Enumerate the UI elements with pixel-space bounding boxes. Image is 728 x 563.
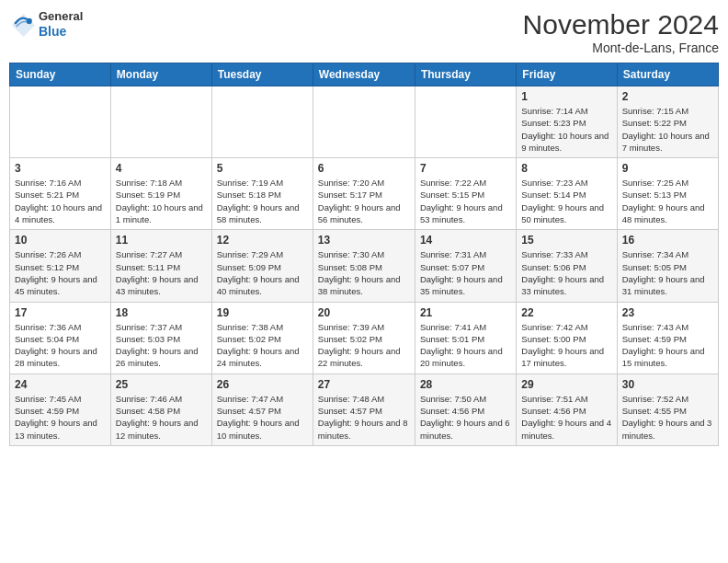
week-row-3: 10Sunrise: 7:26 AM Sunset: 5:12 PM Dayli… xyxy=(10,230,719,302)
day-number: 26 xyxy=(217,378,308,391)
day-info: Sunrise: 7:34 AM Sunset: 5:05 PM Dayligh… xyxy=(622,248,713,297)
day-info: Sunrise: 7:20 AM Sunset: 5:17 PM Dayligh… xyxy=(318,177,410,225)
cell-5-6: 29Sunrise: 7:51 AM Sunset: 4:56 PM Dayli… xyxy=(517,373,617,445)
cell-2-3: 5Sunrise: 7:19 AM Sunset: 5:18 PM Daylig… xyxy=(211,158,313,230)
day-info: Sunrise: 7:14 AM Sunset: 5:23 PM Dayligh… xyxy=(521,105,611,154)
week-row-1: 1Sunrise: 7:14 AM Sunset: 5:23 PM Daylig… xyxy=(10,86,719,158)
day-number: 20 xyxy=(318,306,410,319)
day-number: 15 xyxy=(521,234,611,247)
day-info: Sunrise: 7:52 AM Sunset: 4:55 PM Dayligh… xyxy=(622,393,713,442)
day-info: Sunrise: 7:46 AM Sunset: 4:58 PM Dayligh… xyxy=(116,393,207,442)
header-saturday: Saturday xyxy=(617,63,718,86)
header-sunday: Sunday xyxy=(10,63,111,86)
day-info: Sunrise: 7:39 AM Sunset: 5:02 PM Dayligh… xyxy=(318,321,410,370)
calendar-body: 1Sunrise: 7:14 AM Sunset: 5:23 PM Daylig… xyxy=(10,86,719,446)
day-info: Sunrise: 7:47 AM Sunset: 4:57 PM Dayligh… xyxy=(217,393,308,442)
day-number: 17 xyxy=(15,306,106,319)
day-info: Sunrise: 7:22 AM Sunset: 5:15 PM Dayligh… xyxy=(420,177,511,225)
cell-4-2: 18Sunrise: 7:37 AM Sunset: 5:03 PM Dayli… xyxy=(110,302,211,373)
cell-1-7: 2Sunrise: 7:15 AM Sunset: 5:22 PM Daylig… xyxy=(617,86,718,158)
cell-5-5: 28Sunrise: 7:50 AM Sunset: 4:56 PM Dayli… xyxy=(415,373,516,445)
cell-3-6: 15Sunrise: 7:33 AM Sunset: 5:06 PM Dayli… xyxy=(517,230,617,302)
location: Mont-de-Lans, France xyxy=(523,40,719,55)
day-number: 16 xyxy=(622,234,713,247)
day-info: Sunrise: 7:25 AM Sunset: 5:13 PM Dayligh… xyxy=(622,177,713,225)
title-block: November 2024 Mont-de-Lans, France xyxy=(523,9,719,55)
day-info: Sunrise: 7:42 AM Sunset: 5:00 PM Dayligh… xyxy=(521,321,611,370)
month-title: November 2024 xyxy=(523,9,719,40)
cell-4-7: 23Sunrise: 7:43 AM Sunset: 4:59 PM Dayli… xyxy=(617,302,718,373)
cell-3-1: 10Sunrise: 7:26 AM Sunset: 5:12 PM Dayli… xyxy=(10,230,111,302)
logo-icon xyxy=(9,11,35,37)
cell-3-5: 14Sunrise: 7:31 AM Sunset: 5:07 PM Dayli… xyxy=(415,230,516,302)
cell-2-1: 3Sunrise: 7:16 AM Sunset: 5:21 PM Daylig… xyxy=(10,158,111,230)
cell-3-4: 13Sunrise: 7:30 AM Sunset: 5:08 PM Dayli… xyxy=(313,230,415,302)
day-number: 8 xyxy=(521,162,611,175)
day-number: 19 xyxy=(217,306,308,319)
day-info: Sunrise: 7:27 AM Sunset: 5:11 PM Dayligh… xyxy=(116,248,207,297)
week-row-4: 17Sunrise: 7:36 AM Sunset: 5:04 PM Dayli… xyxy=(10,302,719,373)
day-info: Sunrise: 7:50 AM Sunset: 4:56 PM Dayligh… xyxy=(420,393,511,442)
cell-4-6: 22Sunrise: 7:42 AM Sunset: 5:00 PM Dayli… xyxy=(517,302,617,373)
day-number: 2 xyxy=(622,90,713,103)
week-row-5: 24Sunrise: 7:45 AM Sunset: 4:59 PM Dayli… xyxy=(10,373,719,445)
day-info: Sunrise: 7:33 AM Sunset: 5:06 PM Dayligh… xyxy=(521,248,611,297)
day-info: Sunrise: 7:23 AM Sunset: 5:14 PM Dayligh… xyxy=(521,177,611,225)
cell-1-1 xyxy=(10,86,111,158)
day-number: 9 xyxy=(622,162,713,175)
day-number: 24 xyxy=(15,378,106,391)
day-info: Sunrise: 7:38 AM Sunset: 5:02 PM Dayligh… xyxy=(217,321,308,370)
cell-4-1: 17Sunrise: 7:36 AM Sunset: 5:04 PM Dayli… xyxy=(10,302,111,373)
cell-3-7: 16Sunrise: 7:34 AM Sunset: 5:05 PM Dayli… xyxy=(617,230,718,302)
day-number: 18 xyxy=(116,306,207,319)
day-number: 13 xyxy=(318,234,410,247)
cell-4-5: 21Sunrise: 7:41 AM Sunset: 5:01 PM Dayli… xyxy=(415,302,516,373)
day-number: 1 xyxy=(521,90,611,103)
day-info: Sunrise: 7:15 AM Sunset: 5:22 PM Dayligh… xyxy=(622,105,713,154)
svg-point-2 xyxy=(27,18,32,24)
header-monday: Monday xyxy=(110,63,211,86)
day-info: Sunrise: 7:45 AM Sunset: 4:59 PM Dayligh… xyxy=(15,393,106,442)
day-number: 30 xyxy=(622,378,713,391)
day-number: 12 xyxy=(217,234,308,247)
header-thursday: Thursday xyxy=(415,63,516,86)
cell-5-2: 25Sunrise: 7:46 AM Sunset: 4:58 PM Dayli… xyxy=(110,373,211,445)
cell-1-3 xyxy=(211,86,313,158)
day-info: Sunrise: 7:31 AM Sunset: 5:07 PM Dayligh… xyxy=(420,248,511,297)
logo-text: General Blue xyxy=(39,9,83,39)
day-info: Sunrise: 7:41 AM Sunset: 5:01 PM Dayligh… xyxy=(420,321,511,370)
day-number: 5 xyxy=(217,162,308,175)
cell-2-4: 6Sunrise: 7:20 AM Sunset: 5:17 PM Daylig… xyxy=(313,158,415,230)
cell-1-5 xyxy=(415,86,516,158)
header-friday: Friday xyxy=(517,63,617,86)
cell-5-1: 24Sunrise: 7:45 AM Sunset: 4:59 PM Dayli… xyxy=(10,373,111,445)
day-number: 6 xyxy=(318,162,410,175)
cell-3-3: 12Sunrise: 7:29 AM Sunset: 5:09 PM Dayli… xyxy=(211,230,313,302)
header-wednesday: Wednesday xyxy=(313,63,415,86)
week-row-2: 3Sunrise: 7:16 AM Sunset: 5:21 PM Daylig… xyxy=(10,158,719,230)
day-number: 29 xyxy=(521,378,611,391)
day-number: 23 xyxy=(622,306,713,319)
day-number: 25 xyxy=(116,378,207,391)
day-info: Sunrise: 7:16 AM Sunset: 5:21 PM Dayligh… xyxy=(15,177,106,225)
cell-4-3: 19Sunrise: 7:38 AM Sunset: 5:02 PM Dayli… xyxy=(211,302,313,373)
cell-2-2: 4Sunrise: 7:18 AM Sunset: 5:19 PM Daylig… xyxy=(110,158,211,230)
day-info: Sunrise: 7:30 AM Sunset: 5:08 PM Dayligh… xyxy=(318,248,410,297)
day-info: Sunrise: 7:48 AM Sunset: 4:57 PM Dayligh… xyxy=(318,393,410,442)
calendar-table: Sunday Monday Tuesday Wednesday Thursday… xyxy=(9,63,719,446)
calendar-header: Sunday Monday Tuesday Wednesday Thursday… xyxy=(10,63,719,86)
day-info: Sunrise: 7:51 AM Sunset: 4:56 PM Dayligh… xyxy=(521,393,611,442)
cell-1-2 xyxy=(110,86,211,158)
day-number: 10 xyxy=(15,234,106,247)
cell-2-5: 7Sunrise: 7:22 AM Sunset: 5:15 PM Daylig… xyxy=(415,158,516,230)
day-number: 14 xyxy=(420,234,511,247)
logo: General Blue xyxy=(9,9,83,39)
cell-1-4 xyxy=(313,86,415,158)
cell-3-2: 11Sunrise: 7:27 AM Sunset: 5:11 PM Dayli… xyxy=(110,230,211,302)
day-info: Sunrise: 7:18 AM Sunset: 5:19 PM Dayligh… xyxy=(116,177,207,225)
day-header-row: Sunday Monday Tuesday Wednesday Thursday… xyxy=(10,63,719,86)
day-info: Sunrise: 7:36 AM Sunset: 5:04 PM Dayligh… xyxy=(15,321,106,370)
logo-blue: Blue xyxy=(39,24,83,40)
day-number: 4 xyxy=(116,162,207,175)
day-number: 27 xyxy=(318,378,410,391)
